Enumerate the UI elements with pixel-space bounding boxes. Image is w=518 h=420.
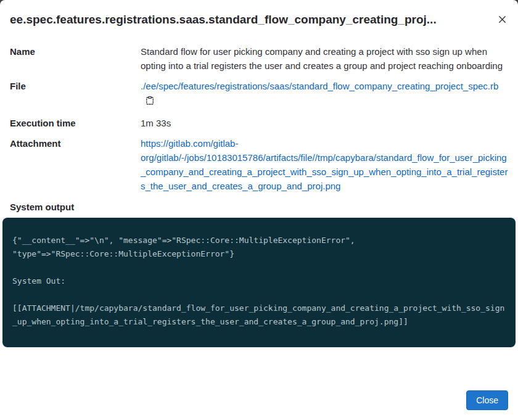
execution-time-value: 1m 33s <box>141 116 508 130</box>
field-row-file: File ./ee/spec/features/registrations/sa… <box>0 79 518 107</box>
field-row-attachment: Attachment https://gitlab.com/gitlab-org… <box>0 136 518 193</box>
system-output-label: System output <box>0 202 518 212</box>
attachment-value: https://gitlab.com/gitlab-org/gitlab/-/j… <box>141 136 508 193</box>
attachment-label: Attachment <box>10 136 141 193</box>
file-label: File <box>10 79 141 107</box>
modal-body: Name Standard flow for user picking comp… <box>0 44 518 370</box>
field-row-name: Name Standard flow for user picking comp… <box>0 44 518 73</box>
name-value: Standard flow for user picking company a… <box>141 44 508 73</box>
system-output-terminal: {"__content__"=>"\n", "message"=>"RSpec:… <box>2 218 516 347</box>
field-row-execution-time: Execution time 1m 33s <box>0 116 518 130</box>
system-output-text: {"__content__"=>"\n", "message"=>"RSpec:… <box>12 234 506 329</box>
execution-time-label: Execution time <box>10 116 141 130</box>
modal-header: ee.spec.features.registrations.saas.stan… <box>0 0 518 27</box>
file-path-link[interactable]: ./ee/spec/features/registrations/saas/st… <box>141 81 498 91</box>
modal-footer: Close <box>0 390 518 420</box>
close-button[interactable]: Close <box>466 390 508 410</box>
copy-to-clipboard-icon <box>145 96 155 105</box>
close-icon[interactable] <box>496 12 508 27</box>
test-details-modal: ee.spec.features.registrations.saas.stan… <box>0 0 518 420</box>
modal-title: ee.spec.features.registrations.saas.stan… <box>10 12 491 27</box>
file-value: ./ee/spec/features/registrations/saas/st… <box>141 79 508 107</box>
close-x-icon <box>498 15 507 24</box>
attachment-link[interactable]: https://gitlab.com/gitlab-org/gitlab/-/j… <box>141 138 508 191</box>
copy-file-path-button[interactable] <box>145 96 155 105</box>
name-label: Name <box>10 44 141 73</box>
